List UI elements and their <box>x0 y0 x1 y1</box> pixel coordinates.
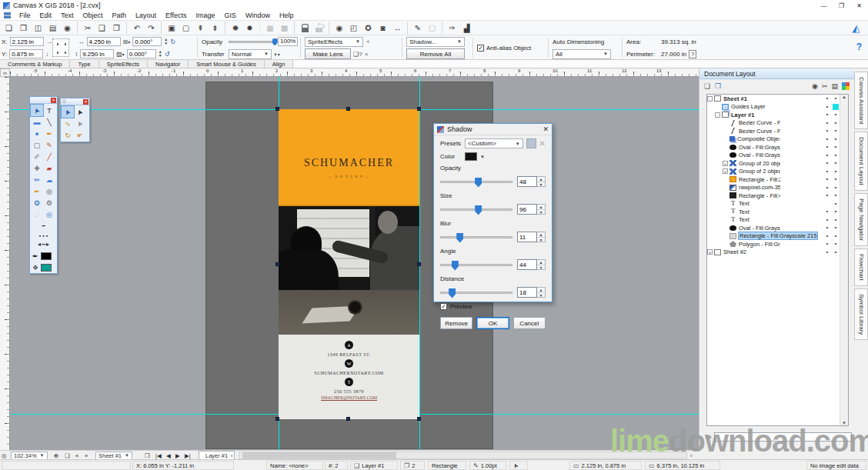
palette-tab[interactable]: SpriteEffects <box>99 60 148 68</box>
preview-checkbox[interactable] <box>440 303 447 310</box>
markup-icon[interactable]: ✎ <box>407 22 425 34</box>
selection-handle[interactable] <box>275 107 279 111</box>
pen-color-control[interactable]: ✒ <box>30 250 57 262</box>
layer-tree-row[interactable]: Oval - Fill:Grayscale 0 - Pen: <box>707 152 848 160</box>
menu-item[interactable]: Effects <box>161 12 191 19</box>
lock-dot[interactable] <box>833 104 839 110</box>
bring-forward-icon[interactable]: ⇞ <box>193 22 208 34</box>
lock-dot[interactable] <box>833 168 839 175</box>
save-preset-button[interactable] <box>526 138 536 148</box>
transfer-select[interactable]: Normal▼ <box>229 49 272 59</box>
slider-value-input[interactable] <box>517 259 537 270</box>
toolbox-titlebar[interactable]: ✕ <box>30 97 57 104</box>
slider-thumb[interactable] <box>456 233 463 243</box>
lock-dot[interactable] <box>833 201 839 207</box>
ellipse-tool[interactable]: ● <box>31 128 43 139</box>
sheet-select[interactable]: Sheet #1▼ <box>95 452 132 460</box>
visibility-dot[interactable] <box>824 144 830 150</box>
fill-color-control[interactable]: ❖ <box>30 262 57 273</box>
ok-button[interactable]: OK <box>476 317 509 329</box>
panel-tab[interactable]: Page Navigator <box>854 193 868 246</box>
transfer-options-icon[interactable]: ◐▾ <box>274 51 280 58</box>
tree-expander[interactable] <box>723 242 728 247</box>
antialias-checkbox[interactable] <box>477 45 484 52</box>
scrollbar-thumb[interactable] <box>242 452 396 458</box>
fill-color-swatch[interactable] <box>41 264 52 272</box>
menu-item[interactable]: Edit <box>35 12 57 19</box>
lens-help-icon[interactable]: ❏? <box>353 51 362 58</box>
card-header-section[interactable]: SCHUMACHER — N O T A R Y — <box>279 109 419 206</box>
visibility-dot[interactable] <box>824 152 830 158</box>
cut-layers-icon[interactable]: ✂ <box>822 82 828 90</box>
ruler-unit-label[interactable]: in <box>0 68 10 77</box>
value-spinner[interactable]: ▲▼ <box>537 287 546 298</box>
anchor-point-widget[interactable] <box>52 38 69 57</box>
current-layer[interactable]: ❏Layer #1 <box>350 461 398 470</box>
shadow-color-swatch[interactable] <box>465 152 477 161</box>
push-tool[interactable]: ☛ <box>74 129 86 141</box>
hand-tool[interactable]: ☞ <box>31 208 43 220</box>
paste-icon[interactable]: ❒ <box>109 22 124 34</box>
lock-dot[interactable] <box>833 208 839 215</box>
line-tool[interactable]: ╲ <box>43 116 55 128</box>
group-icon[interactable]: ▣ <box>161 22 179 34</box>
selection-handle[interactable] <box>275 417 279 421</box>
effects-back-icon[interactable]: ✹ <box>242 22 257 34</box>
dialog-close-icon[interactable]: ✕ <box>542 125 549 133</box>
layer-tree-row[interactable]: Oval - Fill:Grayscale 0 - Pen: <box>707 224 848 232</box>
tree-expander[interactable] <box>723 185 728 190</box>
skew-input[interactable] <box>127 49 156 58</box>
eyedropper-tool[interactable]: ✐ <box>31 151 43 162</box>
dimension-tool[interactable]: ✚ <box>31 162 43 174</box>
panel-tab[interactable]: Symbol Library <box>854 288 868 340</box>
canvas-area[interactable]: SCHUMACHER — N O T A R Y — A 1349 BELFAS… <box>10 77 699 450</box>
palette-tab[interactable]: Align <box>265 60 294 68</box>
layer-tree-row[interactable]: Text <box>707 216 848 225</box>
layer-tree-row[interactable]: rawpixel-com-351765-bw <box>707 184 848 192</box>
slider-track[interactable] <box>440 264 512 266</box>
select-tool[interactable]: ➤ <box>31 105 43 116</box>
lock-icon[interactable]: ⚿ <box>62 99 66 105</box>
gis-tool[interactable]: ❂ <box>31 197 43 208</box>
visibility-dot[interactable] <box>824 201 830 207</box>
lock-dot[interactable] <box>833 233 839 239</box>
grid-icon[interactable]: ▦ <box>259 22 277 34</box>
menu-item[interactable]: Help <box>275 12 299 19</box>
tree-expander[interactable] <box>723 177 728 182</box>
selection-handle[interactable] <box>346 417 350 421</box>
selection-handle[interactable] <box>275 262 279 266</box>
card-contact-section[interactable]: A 1349 BELFAST ST. W SCHUMACHERNOTARY.CO… <box>279 335 419 419</box>
tree-scrollbar[interactable]: ▲▼ <box>840 95 848 425</box>
object-select-tool[interactable]: ➤ <box>62 106 74 118</box>
cut-icon[interactable]: ✂ <box>77 22 95 34</box>
skew-spinner[interactable]: ▲▼ <box>159 50 162 58</box>
tree-expander[interactable] <box>723 128 728 134</box>
layer-tree-row[interactable]: Bezier Curve - Fill:Grayscale 2 <box>707 119 848 128</box>
value-spinner[interactable]: ▲▼ <box>537 232 546 242</box>
snap-grid-icon[interactable]: ▩ <box>277 22 292 34</box>
slider-track[interactable] <box>440 181 512 183</box>
layer-tree-row[interactable]: Polygon - Fill:Grayscale 120 - <box>707 240 848 248</box>
unlock-icon[interactable] <box>312 22 326 34</box>
effects-front-icon[interactable]: ✺ <box>225 22 242 34</box>
dash-style-control[interactable]: ▪ ▪ ▪ <box>31 231 56 240</box>
layer-tree-row[interactable]: Rectangle - Fill:Grayscale 215 <box>707 232 848 241</box>
lock-dot[interactable] <box>833 136 839 142</box>
layer-tree-row[interactable]: - Layer #1 <box>707 111 848 119</box>
tree-expander[interactable]: + <box>723 168 728 174</box>
close-button[interactable]: ✕ <box>850 1 868 11</box>
stroke-width[interactable]: ✎1.00pt <box>469 461 506 470</box>
presets-select[interactable]: <Custom>▼ <box>465 138 523 148</box>
find-icon[interactable]: ∞ <box>706 433 711 441</box>
dimension-help-icon[interactable]: ? <box>689 50 696 58</box>
visibility-dot[interactable] <box>824 208 830 215</box>
shadow-select[interactable]: Shadow...▼ <box>406 37 465 47</box>
slider-track[interactable] <box>440 292 512 294</box>
close-icon[interactable]: ✕ <box>83 99 88 105</box>
autodim-select[interactable]: All▼ <box>553 49 611 59</box>
tree-expander[interactable] <box>723 120 728 125</box>
rectangle-tool[interactable]: ▬ <box>31 116 43 128</box>
undo-icon[interactable]: ↶ <box>126 22 144 34</box>
visibility-dot[interactable] <box>824 217 830 223</box>
menu-item[interactable]: Text <box>56 12 78 19</box>
